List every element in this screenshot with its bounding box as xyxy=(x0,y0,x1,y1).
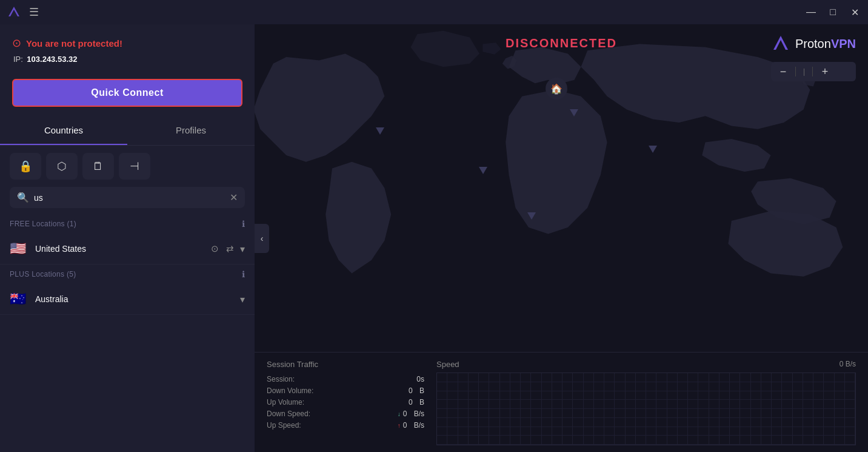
country-item-us[interactable]: 🇺🇸 United States ⊙ ⇄ ▾ xyxy=(0,234,255,265)
zoom-divider xyxy=(795,67,796,76)
chart-cell xyxy=(730,427,740,436)
chart-cell xyxy=(447,382,458,391)
chart-cell xyxy=(751,418,761,427)
chart-cell xyxy=(688,382,698,391)
chart-cell xyxy=(824,373,834,382)
filter-shield-button[interactable]: ⬡ xyxy=(46,153,78,180)
flag-au: 🇦🇺 xyxy=(10,291,28,307)
chart-cell xyxy=(447,436,458,445)
chart-cell xyxy=(761,418,772,427)
chart-cell xyxy=(500,400,510,409)
chart-cell xyxy=(594,382,604,391)
chart-cell xyxy=(458,436,469,445)
filter-p2p-button[interactable]: 🗒 xyxy=(82,153,114,180)
chart-cell xyxy=(531,418,541,427)
chart-cell xyxy=(656,427,667,436)
chart-cell xyxy=(552,418,563,427)
chart-cell xyxy=(531,373,541,382)
country-item-au[interactable]: 🇦🇺 Australia ▾ xyxy=(0,284,255,315)
zoom-in-button[interactable]: + xyxy=(818,64,832,79)
country-pin-button-us[interactable]: ⊙ xyxy=(210,242,220,255)
speed-value: 0 B/s xyxy=(840,360,856,368)
chart-cell xyxy=(489,400,499,409)
chart-cell xyxy=(542,373,552,382)
chart-cell xyxy=(740,400,750,409)
chart-cell xyxy=(719,382,730,391)
chart-cell xyxy=(751,400,761,409)
session-traffic-title: Session Traffic xyxy=(267,360,424,369)
chart-cell xyxy=(469,400,479,409)
chart-cell xyxy=(730,373,740,382)
minimize-button[interactable]: — xyxy=(805,6,817,18)
stats-right: Speed 0 B/s xyxy=(436,360,856,445)
chart-cell xyxy=(698,373,709,382)
zoom-out-button[interactable]: − xyxy=(776,64,790,79)
collapse-panel-button[interactable]: ‹ xyxy=(255,224,269,253)
chart-cell xyxy=(761,409,772,418)
chart-cell xyxy=(552,436,563,445)
chart-cell xyxy=(458,391,469,400)
chart-cell xyxy=(845,391,855,400)
chart-cell xyxy=(636,409,646,418)
chart-cell xyxy=(813,391,824,400)
country-split-button-us[interactable]: ⇄ xyxy=(225,242,235,255)
chart-cell xyxy=(479,382,489,391)
chart-cell xyxy=(772,427,782,436)
country-name-us: United States xyxy=(35,244,210,254)
chart-cell xyxy=(479,427,489,436)
chart-cell xyxy=(615,391,625,400)
search-input[interactable] xyxy=(34,193,225,203)
chart-cell xyxy=(510,436,521,445)
chart-cell xyxy=(688,418,698,427)
protonvpn-logo: ProtonVPN xyxy=(771,34,856,53)
chart-cell xyxy=(594,427,604,436)
country-expand-button-au[interactable]: ▾ xyxy=(240,294,245,305)
chart-cell xyxy=(646,436,656,445)
chart-cell xyxy=(793,427,803,436)
tab-countries[interactable]: Countries xyxy=(0,116,127,145)
chart-cell xyxy=(646,391,656,400)
chart-cell xyxy=(542,418,552,427)
quick-connect-button[interactable]: Quick Connect xyxy=(12,79,242,107)
plus-locations-info-icon[interactable]: ℹ xyxy=(242,269,245,279)
chart-cell xyxy=(636,391,646,400)
tab-profiles[interactable]: Profiles xyxy=(127,116,255,145)
chart-cell xyxy=(813,436,824,445)
chart-cell xyxy=(688,373,698,382)
filter-secure-core-button[interactable]: 🔒 xyxy=(10,153,41,180)
chart-cell xyxy=(803,382,813,391)
hamburger-menu-icon[interactable]: ☰ xyxy=(29,5,39,19)
chart-cell xyxy=(573,436,583,445)
chart-cell xyxy=(793,436,803,445)
close-button[interactable]: ✕ xyxy=(849,6,861,18)
chart-cell xyxy=(615,373,625,382)
chart-cell xyxy=(563,418,573,427)
chart-cell xyxy=(531,382,541,391)
chart-cell xyxy=(740,382,750,391)
free-locations-info-icon[interactable]: ℹ xyxy=(242,219,245,229)
chart-cell xyxy=(521,382,531,391)
maximize-button[interactable]: □ xyxy=(827,6,839,18)
chart-cell xyxy=(510,409,521,418)
chart-cell xyxy=(730,418,740,427)
search-row: 🔍 ✕ xyxy=(0,187,255,214)
chart-cell xyxy=(521,391,531,400)
country-expand-button-us[interactable]: ▾ xyxy=(240,243,245,255)
chart-cell xyxy=(761,436,772,445)
search-clear-icon[interactable]: ✕ xyxy=(230,192,238,203)
status-section: ⊙ You are not protected! IP: 103.243.53.… xyxy=(0,24,255,73)
filter-tor-button[interactable]: ⊣ xyxy=(119,153,150,180)
chart-cell xyxy=(751,409,761,418)
left-panel: ⊙ You are not protected! IP: 103.243.53.… xyxy=(0,24,255,452)
chart-cell xyxy=(709,373,719,382)
chart-cell xyxy=(531,391,541,400)
chart-cell xyxy=(489,418,499,427)
chart-cell xyxy=(793,409,803,418)
chart-cell xyxy=(636,418,646,427)
chart-cell xyxy=(719,436,730,445)
chart-cell xyxy=(772,382,782,391)
chart-cell xyxy=(813,400,824,409)
chart-cell xyxy=(447,391,458,400)
chart-cell xyxy=(510,391,521,400)
chart-cell xyxy=(615,427,625,436)
